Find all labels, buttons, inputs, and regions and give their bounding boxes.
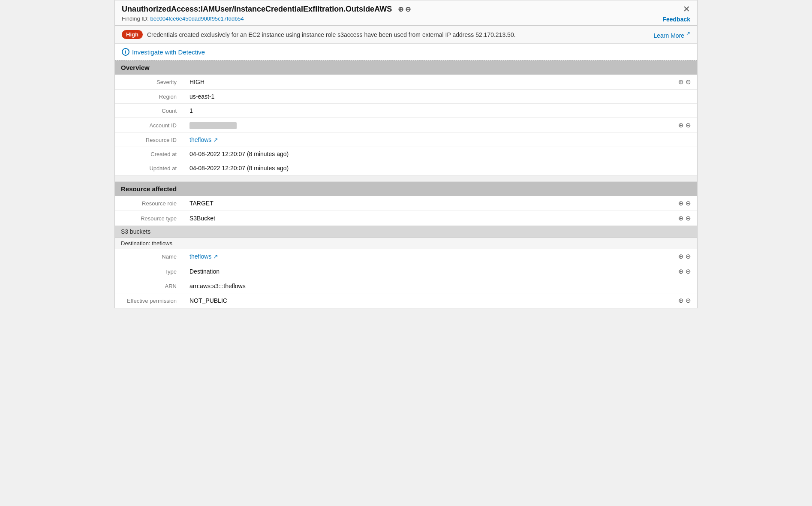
account-id-label: Account ID [115,118,183,133]
zoom-out-icon[interactable]: ⊖ [686,121,691,129]
zoom-in-icon[interactable]: ⊕ [678,121,684,129]
section-gap [115,175,697,182]
count-value: 1 [183,104,663,118]
s3-destination-row: Destination: theflows [115,238,697,249]
s3-name-ext-icon: ↗ [213,253,218,260]
s3-arn-value: arn:aws:s3:::theflows [183,279,663,293]
table-row: Account ID ⊕ ⊖ [115,118,697,133]
zoom-in-icon[interactable]: ⊕ [678,78,684,85]
s3-type-label: Type [115,264,183,279]
count-actions [663,104,697,118]
learn-more-label: Learn More [654,32,685,39]
resource-affected-section: Resource affected Resource role TARGET ⊕… [115,182,697,308]
finding-id-link[interactable]: bec004fce6e450dad900f95c17fddb54 [150,15,244,22]
resource-type-label: Resource type [115,211,183,226]
created-at-label: Created at [115,147,183,161]
title-zoom-controls: ⊕ ⊖ [398,5,411,13]
table-row: Resource ID theflows ↗ [115,133,697,147]
zoom-out-icon[interactable]: ⊖ [686,78,691,85]
created-at-value: 04-08-2022 12:20:07 (8 minutes ago) [183,147,663,161]
overview-section: Overview Severity HIGH ⊕ ⊖ Region us-eas… [115,60,697,175]
updated-at-label: Updated at [115,161,183,175]
overview-title: Overview [121,64,150,71]
s3-buckets-header: S3 buckets [115,226,697,238]
main-panel: UnauthorizedAccess:IAMUser/InstanceCrede… [114,0,698,308]
severity-label: Severity [115,75,183,90]
resource-affected-header: Resource affected [115,182,697,196]
resource-role-zoom: ⊕ ⊖ [663,196,697,211]
panel-header: UnauthorizedAccess:IAMUser/InstanceCrede… [115,0,697,26]
table-row: Region us-east-1 [115,90,697,104]
zoom-in-icon[interactable]: ⊕ [678,297,684,304]
alert-bar: High Credentials created exclusively for… [115,26,697,44]
feedback-button[interactable]: Feedback [662,16,690,23]
s3-buckets-title: S3 buckets [121,228,150,235]
account-id-blurred [189,122,237,129]
finding-id-label: Finding ID: [122,15,149,22]
resource-id-link[interactable]: theflows ↗ [189,136,218,143]
zoom-out-icon[interactable]: ⊖ [686,199,691,207]
region-actions [663,90,697,104]
s3-name-zoom: ⊕ ⊖ [663,249,697,264]
finding-id-row: Finding ID: bec004fce6e450dad900f95c17fd… [122,15,690,22]
s3-arn-actions [663,279,697,293]
table-row: Resource role TARGET ⊕ ⊖ [115,196,697,211]
table-row: Type Destination ⊕ ⊖ [115,264,697,279]
zoom-out-icon[interactable]: ⊖ [686,214,691,222]
s3-effective-perm-value: NOT_PUBLIC [183,293,663,308]
updated-at-value: 04-08-2022 12:20:07 (8 minutes ago) [183,161,663,175]
region-value: us-east-1 [183,90,663,104]
s3-name-value: theflows ↗ [183,249,663,264]
overview-section-header: Overview [115,60,697,75]
zoom-out-icon[interactable]: ⊖ [686,253,691,260]
resource-type-zoom: ⊕ ⊖ [663,211,697,226]
account-id-value [183,118,663,133]
zoom-out-icon[interactable]: ⊖ [686,297,691,304]
s3-name-link[interactable]: theflows ↗ [189,253,218,260]
s3-type-zoom: ⊕ ⊖ [663,264,697,279]
zoom-in-icon[interactable]: ⊕ [678,268,684,275]
table-row: Created at 04-08-2022 12:20:07 (8 minute… [115,147,697,161]
zoom-in-icon[interactable]: ⊕ [678,199,684,207]
severity-badge: High [122,30,143,39]
resource-affected-table: Resource role TARGET ⊕ ⊖ Resource type S… [115,196,697,226]
investigate-label: Investigate with Detective [132,48,205,56]
severity-zoom: ⊕ ⊖ [663,75,697,90]
title-text: UnauthorizedAccess:IAMUser/InstanceCrede… [122,5,392,14]
alert-message: Credentials created exclusively for an E… [147,31,650,38]
panel-title: UnauthorizedAccess:IAMUser/InstanceCrede… [122,5,690,14]
resource-role-label: Resource role [115,196,183,211]
zoom-out-title-icon[interactable]: ⊖ [405,5,411,13]
close-button[interactable]: ✕ [683,5,690,13]
table-row: Updated at 04-08-2022 12:20:07 (8 minute… [115,161,697,175]
account-id-zoom: ⊕ ⊖ [663,118,697,133]
overview-table: Severity HIGH ⊕ ⊖ Region us-east-1 Count… [115,75,697,175]
s3-type-value: Destination [183,264,663,279]
table-row: Name theflows ↗ ⊕ ⊖ [115,249,697,264]
s3-effective-perm-zoom: ⊕ ⊖ [663,293,697,308]
updated-at-actions [663,161,697,175]
region-label: Region [115,90,183,104]
s3-effective-perm-label: Effective permission [115,293,183,308]
resource-role-value: TARGET [183,196,663,211]
table-row: Count 1 [115,104,697,118]
zoom-in-title-icon[interactable]: ⊕ [398,5,403,13]
zoom-out-icon[interactable]: ⊖ [686,268,691,275]
resource-id-ext-icon: ↗ [213,136,218,143]
table-row: ARN arn:aws:s3:::theflows [115,279,697,293]
resource-type-value: S3Bucket [183,211,663,226]
zoom-in-icon[interactable]: ⊕ [678,253,684,260]
resource-affected-title: Resource affected [121,185,177,193]
resource-id-actions [663,133,697,147]
learn-more-link[interactable]: Learn More ↗ [654,30,690,39]
zoom-in-icon[interactable]: ⊕ [678,214,684,222]
investigate-link[interactable]: i Investigate with Detective [122,48,205,56]
table-row: Severity HIGH ⊕ ⊖ [115,75,697,90]
resource-id-label: Resource ID [115,133,183,147]
s3-arn-label: ARN [115,279,183,293]
table-row: Resource type S3Bucket ⊕ ⊖ [115,211,697,226]
info-icon: i [122,48,129,56]
s3-name-text: theflows [189,253,211,260]
created-at-actions [663,147,697,161]
external-link-icon: ↗ [686,30,690,36]
